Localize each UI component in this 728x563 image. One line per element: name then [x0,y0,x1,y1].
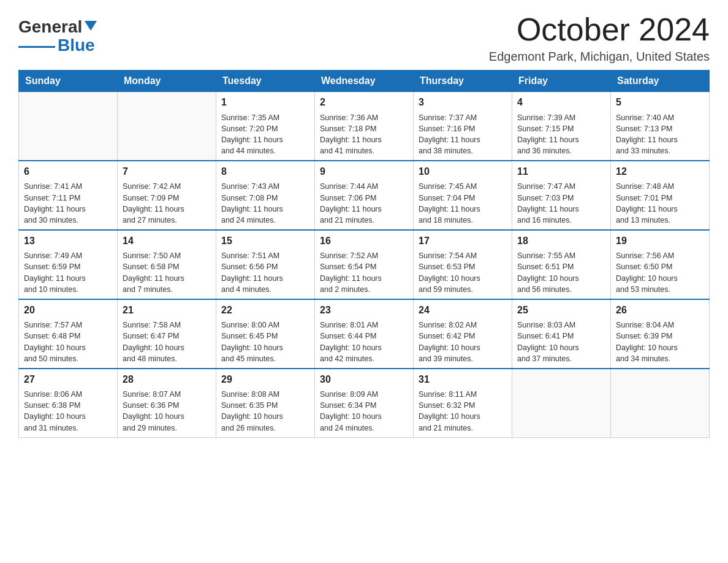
page-header: General Blue October 2024 Edgemont Park,… [18,12,710,64]
day-info: Sunrise: 7:36 AM Sunset: 7:18 PM Dayligh… [320,112,408,157]
day-number: 12 [616,165,704,178]
day-number: 13 [24,234,112,248]
calendar-cell: 28Sunrise: 8:07 AM Sunset: 6:36 PM Dayli… [118,369,216,437]
day-number: 2 [320,96,408,109]
header-wednesday: Wednesday [315,71,414,92]
logo-line [18,46,55,48]
calendar-location: Edgemont Park, Michigan, United States [489,50,710,64]
day-number: 5 [616,96,704,109]
header-friday: Friday [512,71,611,92]
calendar-title: October 2024 [489,12,710,47]
day-number: 3 [419,96,507,109]
day-number: 30 [320,373,408,386]
day-info: Sunrise: 7:44 AM Sunset: 7:06 PM Dayligh… [320,181,408,226]
day-info: Sunrise: 7:58 AM Sunset: 6:47 PM Dayligh… [123,320,211,364]
day-number: 23 [320,304,408,317]
day-info: Sunrise: 8:06 AM Sunset: 6:38 PM Dayligh… [24,389,112,434]
calendar-cell: 17Sunrise: 7:54 AM Sunset: 6:53 PM Dayli… [414,230,512,299]
logo-general-text: General [18,18,82,36]
calendar-cell: 21Sunrise: 7:58 AM Sunset: 6:47 PM Dayli… [118,299,216,369]
calendar-cell: 26Sunrise: 8:04 AM Sunset: 6:39 PM Dayli… [611,299,710,369]
calendar-cell: 9Sunrise: 7:44 AM Sunset: 7:06 PM Daylig… [315,161,414,230]
calendar-cell: 2Sunrise: 7:36 AM Sunset: 7:18 PM Daylig… [315,92,414,161]
calendar-cell: 11Sunrise: 7:47 AM Sunset: 7:03 PM Dayli… [512,161,611,230]
day-info: Sunrise: 8:01 AM Sunset: 6:44 PM Dayligh… [320,320,408,364]
calendar-cell: 23Sunrise: 8:01 AM Sunset: 6:44 PM Dayli… [315,299,414,369]
day-info: Sunrise: 8:09 AM Sunset: 6:34 PM Dayligh… [320,389,408,434]
calendar-cell: 5Sunrise: 7:40 AM Sunset: 7:13 PM Daylig… [611,92,710,161]
day-info: Sunrise: 7:47 AM Sunset: 7:03 PM Dayligh… [517,181,605,226]
calendar-cell: 4Sunrise: 7:39 AM Sunset: 7:15 PM Daylig… [512,92,611,161]
day-number: 22 [221,304,309,317]
day-number: 10 [419,165,507,178]
week-row-3: 13Sunrise: 7:49 AM Sunset: 6:59 PM Dayli… [19,230,710,299]
day-info: Sunrise: 7:39 AM Sunset: 7:15 PM Dayligh… [517,112,605,157]
calendar-cell: 3Sunrise: 7:37 AM Sunset: 7:16 PM Daylig… [414,92,512,161]
day-info: Sunrise: 7:55 AM Sunset: 6:51 PM Dayligh… [517,250,605,295]
day-info: Sunrise: 8:02 AM Sunset: 6:42 PM Dayligh… [419,320,507,364]
day-info: Sunrise: 7:51 AM Sunset: 6:56 PM Dayligh… [221,250,309,295]
header-saturday: Saturday [611,71,710,92]
week-row-5: 27Sunrise: 8:06 AM Sunset: 6:38 PM Dayli… [19,369,710,437]
day-info: Sunrise: 7:35 AM Sunset: 7:20 PM Dayligh… [221,112,309,157]
day-number: 4 [517,96,605,109]
day-number: 29 [221,373,309,386]
day-number: 21 [123,304,211,317]
calendar-cell: 19Sunrise: 7:56 AM Sunset: 6:50 PM Dayli… [611,230,710,299]
calendar-cell: 29Sunrise: 8:08 AM Sunset: 6:35 PM Dayli… [216,369,315,437]
header-thursday: Thursday [414,71,512,92]
day-info: Sunrise: 7:43 AM Sunset: 7:08 PM Dayligh… [221,181,309,226]
logo-triangle-icon [85,21,97,31]
header-monday: Monday [118,71,216,92]
calendar-cell: 8Sunrise: 7:43 AM Sunset: 7:08 PM Daylig… [216,161,315,230]
logo: General Blue [18,12,97,54]
calendar-cell: 6Sunrise: 7:41 AM Sunset: 7:11 PM Daylig… [19,161,118,230]
calendar-cell: 24Sunrise: 8:02 AM Sunset: 6:42 PM Dayli… [414,299,512,369]
day-number: 31 [419,373,507,386]
calendar-cell: 27Sunrise: 8:06 AM Sunset: 6:38 PM Dayli… [19,369,118,437]
day-number: 6 [24,165,112,178]
day-info: Sunrise: 7:45 AM Sunset: 7:04 PM Dayligh… [419,181,507,226]
day-info: Sunrise: 7:49 AM Sunset: 6:59 PM Dayligh… [24,250,112,295]
day-info: Sunrise: 7:42 AM Sunset: 7:09 PM Dayligh… [123,181,211,226]
day-info: Sunrise: 7:56 AM Sunset: 6:50 PM Dayligh… [616,250,704,295]
day-number: 17 [419,234,507,248]
calendar-table: SundayMondayTuesdayWednesdayThursdayFrid… [18,70,710,437]
calendar-cell: 31Sunrise: 8:11 AM Sunset: 6:32 PM Dayli… [414,369,512,437]
day-number: 15 [221,234,309,248]
day-number: 26 [616,304,704,317]
day-number: 25 [517,304,605,317]
calendar-cell [611,369,710,437]
day-number: 28 [123,373,211,386]
calendar-cell [118,92,216,161]
header-sunday: Sunday [19,71,118,92]
week-row-1: 1Sunrise: 7:35 AM Sunset: 7:20 PM Daylig… [19,92,710,161]
day-info: Sunrise: 8:00 AM Sunset: 6:45 PM Dayligh… [221,320,309,364]
day-info: Sunrise: 7:57 AM Sunset: 6:48 PM Dayligh… [24,320,112,364]
day-info: Sunrise: 7:41 AM Sunset: 7:11 PM Dayligh… [24,181,112,226]
day-number: 14 [123,234,211,248]
day-number: 27 [24,373,112,386]
day-info: Sunrise: 8:11 AM Sunset: 6:32 PM Dayligh… [419,389,507,434]
title-area: October 2024 Edgemont Park, Michigan, Un… [489,12,710,64]
logo-blue-text: Blue [58,37,95,54]
header-tuesday: Tuesday [216,71,315,92]
day-number: 9 [320,165,408,178]
calendar-cell: 20Sunrise: 7:57 AM Sunset: 6:48 PM Dayli… [19,299,118,369]
day-number: 11 [517,165,605,178]
day-info: Sunrise: 7:54 AM Sunset: 6:53 PM Dayligh… [419,250,507,295]
calendar-cell: 1Sunrise: 7:35 AM Sunset: 7:20 PM Daylig… [216,92,315,161]
calendar-cell: 18Sunrise: 7:55 AM Sunset: 6:51 PM Dayli… [512,230,611,299]
calendar-cell: 16Sunrise: 7:52 AM Sunset: 6:54 PM Dayli… [315,230,414,299]
day-number: 8 [221,165,309,178]
day-number: 24 [419,304,507,317]
calendar-cell: 13Sunrise: 7:49 AM Sunset: 6:59 PM Dayli… [19,230,118,299]
day-info: Sunrise: 8:04 AM Sunset: 6:39 PM Dayligh… [616,320,704,364]
day-number: 16 [320,234,408,248]
day-number: 19 [616,234,704,248]
calendar-cell: 22Sunrise: 8:00 AM Sunset: 6:45 PM Dayli… [216,299,315,369]
calendar-cell [512,369,611,437]
day-info: Sunrise: 8:07 AM Sunset: 6:36 PM Dayligh… [123,389,211,434]
day-info: Sunrise: 7:37 AM Sunset: 7:16 PM Dayligh… [419,112,507,157]
calendar-header-row: SundayMondayTuesdayWednesdayThursdayFrid… [19,71,710,92]
